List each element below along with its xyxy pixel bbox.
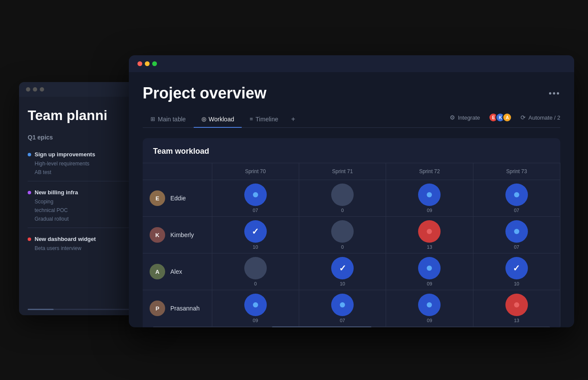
circle-indicator [418, 294, 441, 316]
avatar-group: E K A [489, 113, 512, 122]
person-avatar: P [150, 301, 165, 316]
sprint-cell-2-2: 09 [386, 253, 473, 290]
epic-label-2: New billing infra [35, 189, 78, 196]
workload-cell: 09 [216, 294, 295, 323]
person-cell-3: P Prasannah [143, 290, 212, 327]
sprint-cell-0-1: 0 [299, 180, 386, 217]
dot-minimize[interactable] [145, 61, 150, 66]
workload-cell: 13 [477, 294, 556, 323]
dot-maximize[interactable] [152, 61, 157, 66]
col-header-sprint71: Sprint 71 [299, 163, 386, 180]
sub-item-2-1: Scoping [28, 197, 144, 206]
circle-inner [253, 302, 258, 307]
divider-1 [28, 181, 144, 181]
cell-value: 0 [254, 281, 257, 286]
cell-value: 09 [427, 281, 432, 286]
sprint-cell-2-1: ✓ 10 [299, 253, 386, 290]
workload-cell: 07 [477, 184, 556, 213]
dot-close[interactable] [137, 61, 142, 66]
avatar-initial: E [156, 195, 160, 202]
col-header-name [143, 163, 212, 180]
tabs-bar: ⊞ Main table ◎ Workload ≡ Timeline + ⚙ I… [143, 111, 560, 128]
workload-cell: 13 [390, 220, 469, 250]
circle-inner [514, 192, 519, 197]
tab-add-button[interactable]: + [286, 111, 300, 127]
sprint-cell-1-2: 13 [386, 217, 473, 253]
person-cell-0: E Eddie [143, 180, 212, 217]
circle-inner [427, 266, 432, 271]
tab-workload[interactable]: ◎ Workload [194, 111, 242, 128]
sprint-cell-3-2: 09 [386, 290, 473, 327]
cell-value: 10 [514, 281, 519, 286]
sprint-cell-2-0: 0 [212, 253, 299, 290]
bg-scrollbar-thumb [28, 309, 54, 310]
project-more-button[interactable]: ••• [549, 89, 560, 98]
bg-dot-1 [26, 87, 30, 92]
integrate-icon: ⚙ [450, 114, 455, 121]
bg-section-title: Q1 epics [28, 134, 144, 141]
circle-indicator [244, 184, 267, 206]
avatar-initial: K [155, 232, 159, 238]
person-info: E Eddie [150, 190, 205, 206]
automate-button[interactable]: ⟳ Automate / 2 [521, 114, 560, 121]
table-scrollbar[interactable] [153, 326, 550, 327]
workload-cell: 07 [303, 294, 382, 323]
circle-inner [514, 229, 519, 234]
sub-item-2-2: technical POC [28, 206, 144, 215]
main-titlebar [129, 55, 574, 72]
automate-icon: ⟳ [521, 114, 526, 121]
circle-inner [427, 302, 432, 307]
integrate-button[interactable]: ⚙ Integrate [450, 114, 480, 121]
epic-label-1: Sign up improvements [35, 151, 95, 158]
cell-value: 07 [340, 318, 345, 323]
col-header-sprint72: Sprint 72 [386, 163, 473, 180]
avatar-initial: A [155, 269, 159, 275]
person-avatar: E [150, 190, 165, 206]
person-info: K Kimberly [150, 227, 205, 243]
circle-indicator [331, 184, 354, 206]
epic-item-2[interactable]: New billing infra [28, 186, 144, 197]
epic-item-1[interactable]: Sign up improvements [28, 148, 144, 159]
cell-value: 10 [340, 281, 345, 286]
workload-cell: 0 [303, 184, 382, 213]
person-cell-1: K Kimberly [143, 217, 212, 253]
col-header-sprint70: Sprint 70 [212, 163, 299, 180]
workload-cell: ✓ 10 [477, 257, 556, 286]
sprint-cell-0-2: 09 [386, 180, 473, 217]
main-window: Project overview ••• ⊞ Main table ◎ Work… [129, 55, 574, 327]
person-info: A Alex [150, 264, 205, 279]
sprint-cell-1-3: 07 [473, 217, 560, 253]
avatar-initial: P [156, 305, 160, 312]
workload-icon: ◎ [201, 116, 206, 122]
tab-timeline[interactable]: ≡ Timeline [242, 111, 286, 128]
epic-dot-2 [28, 191, 31, 194]
tab-main-table-label: Main table [158, 116, 186, 123]
epic-group-3: New dashboard widget Beta users intervie… [28, 232, 144, 253]
bg-epics-list: Sign up improvements High-level requirem… [28, 148, 144, 253]
workload-cell: 0 [216, 257, 295, 286]
circle-indicator [331, 294, 354, 316]
workload-cell: 09 [390, 257, 469, 286]
person-info: P Prasannah [150, 301, 205, 316]
cell-value: 09 [427, 208, 432, 213]
person-cell-2: A Alex [143, 253, 212, 290]
workload-cell: ✓ 10 [216, 220, 295, 250]
table-row: K Kimberly ✓ 10 0 13 07 [143, 217, 560, 253]
circle-indicator [418, 220, 441, 243]
circle-indicator [505, 294, 528, 316]
workload-cell: 09 [390, 294, 469, 323]
workload-cell: 09 [390, 184, 469, 213]
circle-indicator [418, 184, 441, 206]
bg-dot-3 [40, 87, 44, 92]
project-header: Project overview ••• [143, 84, 560, 102]
sub-item-1-2: AB test [28, 168, 144, 177]
sub-item-1-1: High-level requirements [28, 159, 144, 168]
table-icon: ⊞ [150, 116, 155, 122]
epic-item-3[interactable]: New dashboard widget [28, 232, 144, 244]
tab-main-table[interactable]: ⊞ Main table [143, 111, 194, 128]
checkmark: ✓ [513, 263, 520, 273]
sub-item-2-3: Gradual rollout [28, 215, 144, 223]
table-row: E Eddie 07 0 09 07 [143, 180, 560, 217]
epic-dot-3 [28, 238, 31, 241]
bg-scrollbar[interactable] [28, 309, 144, 310]
